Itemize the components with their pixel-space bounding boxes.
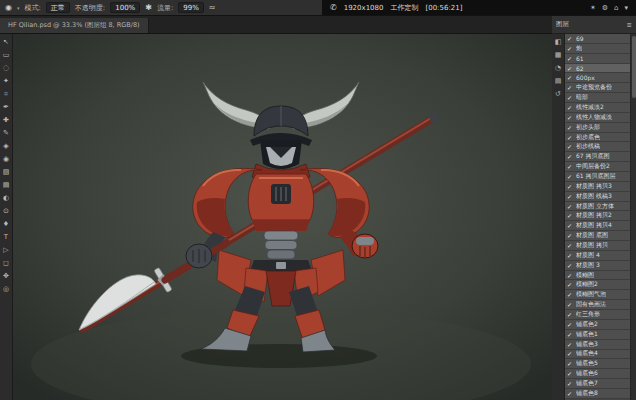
color-panel-icon[interactable]: ◧: [555, 38, 562, 46]
layer-visibility-check-icon[interactable]: ✓: [567, 202, 574, 211]
layers-panel-tab[interactable]: 图层: [556, 20, 569, 29]
layer-row[interactable]: ✓铺底色6: [565, 369, 630, 379]
swatches-panel-icon[interactable]: ▦: [555, 51, 562, 59]
marquee-tool[interactable]: ▭: [0, 49, 12, 61]
layer-row[interactable]: ✓铺底色3: [565, 340, 630, 350]
layer-row[interactable]: ✓初步线稿: [565, 142, 630, 152]
dodge-tool[interactable]: ⊙: [0, 205, 12, 217]
opacity-select[interactable]: 100%: [110, 2, 140, 13]
layer-row[interactable]: ✓炮: [565, 44, 630, 54]
home-icon[interactable]: ⌂: [614, 4, 618, 12]
layer-row[interactable]: ✓材质图 4: [565, 251, 630, 261]
layer-visibility-check-icon[interactable]: ✓: [567, 320, 574, 329]
layer-visibility-check-icon[interactable]: ✓: [567, 123, 574, 132]
history-panel-icon[interactable]: ↺: [555, 90, 561, 98]
crop-tool[interactable]: ⌗: [0, 88, 12, 100]
layer-visibility-check-icon[interactable]: ✓: [567, 271, 574, 280]
flow-select[interactable]: 99%: [178, 2, 204, 13]
layer-row[interactable]: ✓材质图 拷贝3: [565, 182, 630, 192]
layer-row[interactable]: ✓材质图 立方体: [565, 202, 630, 212]
layer-visibility-check-icon[interactable]: ✓: [567, 340, 574, 349]
layer-row[interactable]: ✓67 拷贝底图: [565, 152, 630, 162]
star-icon[interactable]: ✶: [590, 4, 596, 12]
layer-visibility-check-icon[interactable]: ✓: [567, 221, 574, 230]
pen-tool[interactable]: ♦: [0, 218, 12, 230]
layer-visibility-check-icon[interactable]: ✓: [567, 64, 574, 73]
layer-row[interactable]: ✓材质图 线稿3: [565, 192, 630, 202]
libraries-panel-icon[interactable]: ▤: [555, 77, 562, 85]
layer-row[interactable]: ✓模糊图2: [565, 280, 630, 290]
brush-tool[interactable]: ✎: [0, 127, 12, 139]
layer-visibility-check-icon[interactable]: ✓: [567, 310, 574, 319]
document-tab[interactable]: HF Qilian.psd @ 33.3% (图层组 8, RGB/8): [0, 18, 149, 33]
layer-visibility-check-icon[interactable]: ✓: [567, 369, 574, 378]
layer-visibility-check-icon[interactable]: ✓: [567, 172, 574, 181]
tool-preset-icon[interactable]: ◉: [5, 1, 12, 15]
eyedropper-tool[interactable]: ✒: [0, 101, 12, 113]
layer-row[interactable]: ✓61: [565, 54, 630, 64]
canvas-viewport[interactable]: [13, 34, 552, 400]
layer-visibility-check-icon[interactable]: ✓: [567, 261, 574, 270]
layer-visibility-check-icon[interactable]: ✓: [567, 192, 574, 201]
layer-row[interactable]: ✓铺底色4: [565, 350, 630, 360]
layer-row[interactable]: ✓铺底色8: [565, 389, 630, 399]
move-tool[interactable]: ↖: [0, 36, 12, 48]
text-tool[interactable]: T: [0, 231, 12, 243]
blur-tool[interactable]: ◐: [0, 192, 12, 204]
chevron-down-icon[interactable]: ▾: [17, 1, 20, 15]
layer-row[interactable]: ✓铺底色7: [565, 379, 630, 389]
layer-visibility-check-icon[interactable]: ✓: [567, 142, 574, 151]
layer-visibility-check-icon[interactable]: ✓: [567, 162, 574, 171]
layer-visibility-check-icon[interactable]: ✓: [567, 349, 574, 358]
gradient-tool[interactable]: ▤: [0, 179, 12, 191]
layer-row[interactable]: ✓中途预览备份: [565, 83, 630, 93]
layer-row[interactable]: ✓材质图 拷贝4: [565, 221, 630, 231]
history-brush-tool[interactable]: ◉: [0, 153, 12, 165]
layer-row[interactable]: ✓62: [565, 64, 630, 74]
layer-visibility-check-icon[interactable]: ✓: [567, 241, 574, 250]
layer-row[interactable]: ✓600px: [565, 73, 630, 83]
layer-visibility-check-icon[interactable]: ✓: [567, 231, 574, 240]
layer-row[interactable]: ✓材质图 拷贝2: [565, 211, 630, 221]
layer-row[interactable]: ✓铺底色1: [565, 330, 630, 340]
layer-row[interactable]: ✓固有色画法: [565, 300, 630, 310]
layer-visibility-check-icon[interactable]: ✓: [567, 389, 574, 398]
scrollbar-thumb[interactable]: [632, 36, 636, 98]
layer-visibility-check-icon[interactable]: ✓: [567, 113, 574, 122]
layer-visibility-check-icon[interactable]: ✓: [567, 44, 574, 53]
layer-visibility-check-icon[interactable]: ✓: [567, 103, 574, 112]
shape-tool[interactable]: ◻: [0, 257, 12, 269]
chevron-down-icon[interactable]: ▾: [624, 4, 628, 12]
magic-wand-tool[interactable]: ✦: [0, 75, 12, 87]
layer-visibility-check-icon[interactable]: ✓: [567, 379, 574, 388]
layer-row[interactable]: ✓铺底色2: [565, 320, 630, 330]
layer-row[interactable]: ✓暗部: [565, 93, 630, 103]
layer-row[interactable]: ✓初步底色: [565, 133, 630, 143]
layer-row[interactable]: ✓中间层备份2: [565, 162, 630, 172]
layer-visibility-check-icon[interactable]: ✓: [567, 34, 574, 43]
layer-row[interactable]: ✓61 拷贝底图层: [565, 172, 630, 182]
layer-visibility-check-icon[interactable]: ✓: [567, 211, 574, 220]
layer-visibility-check-icon[interactable]: ✓: [567, 83, 574, 92]
zoom-tool[interactable]: ◎: [0, 283, 12, 295]
layer-visibility-check-icon[interactable]: ✓: [567, 93, 574, 102]
layer-visibility-check-icon[interactable]: ✓: [567, 133, 574, 142]
panel-menu-icon[interactable]: ≡: [627, 21, 632, 29]
layer-visibility-check-icon[interactable]: ✓: [567, 251, 574, 260]
eraser-tool[interactable]: ▨: [0, 166, 12, 178]
clone-stamp-tool[interactable]: ◈: [0, 140, 12, 152]
healing-brush-tool[interactable]: ✚: [0, 114, 12, 126]
layer-row[interactable]: ✓材质图 3: [565, 261, 630, 271]
gear-icon[interactable]: ⚙: [602, 4, 608, 12]
layer-row[interactable]: ✓模糊图气泡: [565, 290, 630, 300]
layer-visibility-check-icon[interactable]: ✓: [567, 73, 574, 82]
layer-row[interactable]: ✓材质图 底图: [565, 231, 630, 241]
layer-row[interactable]: ✓模糊图: [565, 271, 630, 281]
layer-row[interactable]: ✓红三角形: [565, 310, 630, 320]
adjustments-panel-icon[interactable]: ◔: [555, 64, 561, 72]
pressure-opacity-icon[interactable]: ✱: [145, 1, 152, 15]
airbrush-icon[interactable]: ≈: [209, 1, 216, 15]
layer-row[interactable]: ✓69: [565, 34, 630, 44]
layer-visibility-check-icon[interactable]: ✓: [567, 300, 574, 309]
layer-visibility-check-icon[interactable]: ✓: [567, 182, 574, 191]
